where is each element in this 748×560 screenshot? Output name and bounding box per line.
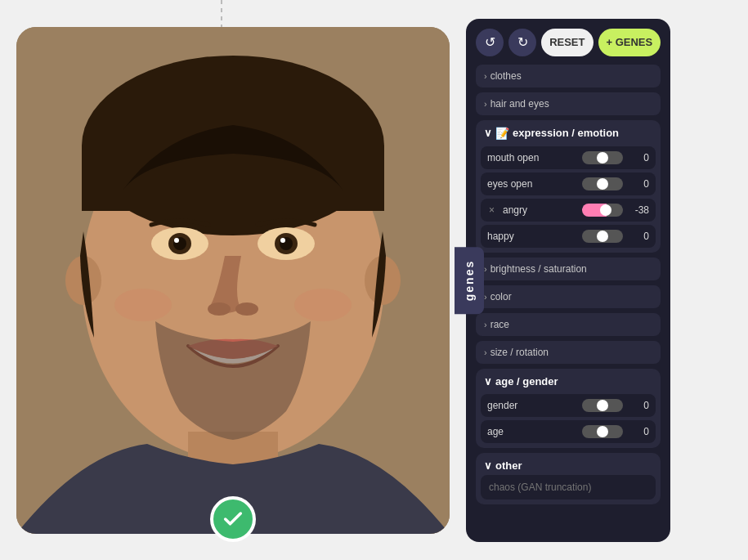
angry-value: -38 bbox=[629, 204, 649, 216]
eyes-open-value: 0 bbox=[629, 178, 649, 190]
svg-point-14 bbox=[280, 238, 285, 243]
clothes-label: clothes bbox=[490, 70, 522, 82]
angry-label: angry bbox=[503, 204, 576, 216]
mouth-open-row: mouth open 0 bbox=[481, 146, 656, 169]
other-label: other bbox=[495, 459, 522, 472]
age-gender-label: age / gender bbox=[495, 375, 558, 388]
right-panel: ↺ ↻ RESET + GENES › clothes › hair and e… bbox=[466, 19, 670, 542]
age-gender-title[interactable]: ∨ age / gender bbox=[481, 374, 656, 391]
eyes-open-row: eyes open 0 bbox=[481, 172, 656, 195]
svg-rect-3 bbox=[82, 146, 384, 211]
check-badge[interactable] bbox=[210, 496, 256, 542]
happy-label: happy bbox=[487, 231, 576, 242]
age-gender-section: ∨ age / gender gender 0 age 0 bbox=[476, 369, 661, 448]
mouth-open-label: mouth open bbox=[487, 152, 576, 164]
genes-tab-label: genes bbox=[463, 259, 476, 300]
hair-and-eyes-section[interactable]: › hair and eyes bbox=[476, 92, 661, 115]
angry-row: × angry -38 bbox=[481, 199, 656, 222]
happy-slider[interactable] bbox=[582, 230, 623, 243]
size-rotation-section[interactable]: › size / rotation bbox=[476, 341, 661, 364]
chevron-down-icon: ∨ bbox=[484, 375, 492, 388]
hair-eyes-label: hair and eyes bbox=[490, 98, 549, 110]
toolbar: ↺ ↻ RESET + GENES bbox=[476, 29, 661, 56]
svg-point-10 bbox=[174, 238, 179, 243]
mouth-open-value: 0 bbox=[629, 152, 649, 164]
chevron-right-icon: › bbox=[484, 71, 487, 81]
brightness-label: brightness / saturation bbox=[490, 263, 587, 275]
chevron-down-icon: ∨ bbox=[484, 459, 492, 472]
face-image-container bbox=[16, 27, 450, 534]
angry-slider[interactable] bbox=[582, 204, 623, 217]
face-image bbox=[16, 27, 450, 534]
age-slider[interactable] bbox=[582, 425, 623, 438]
other-section: ∨ other bbox=[476, 453, 661, 504]
gender-slider[interactable] bbox=[582, 399, 623, 412]
happy-value: 0 bbox=[629, 231, 649, 242]
svg-point-18 bbox=[294, 289, 352, 321]
expression-section: ∨ 📝 expression / emotion mouth open 0 ey… bbox=[476, 120, 661, 253]
undo-button[interactable]: ↺ bbox=[476, 29, 504, 56]
chevron-down-icon: ∨ bbox=[484, 127, 492, 139]
brightness-section[interactable]: › brightness / saturation bbox=[476, 258, 661, 280]
expression-icon: 📝 bbox=[495, 127, 509, 140]
chevron-right-icon: › bbox=[484, 99, 487, 109]
other-title[interactable]: ∨ other bbox=[481, 458, 656, 475]
mouth-open-slider[interactable] bbox=[582, 151, 623, 164]
expression-section-title[interactable]: ∨ 📝 expression / emotion bbox=[481, 125, 656, 143]
genes-tab[interactable]: genes bbox=[455, 246, 484, 313]
chevron-right-icon: › bbox=[484, 320, 487, 329]
age-value: 0 bbox=[629, 426, 649, 437]
redo-button[interactable]: ↻ bbox=[508, 29, 536, 56]
gender-row: gender 0 bbox=[481, 394, 656, 417]
eyes-open-label: eyes open bbox=[487, 178, 576, 190]
chevron-right-icon: › bbox=[484, 347, 487, 357]
svg-point-17 bbox=[114, 289, 172, 321]
image-panel: genes bbox=[16, 27, 450, 534]
gender-value: 0 bbox=[629, 400, 649, 411]
age-label: age bbox=[487, 426, 576, 437]
remove-angry-button[interactable]: × bbox=[487, 204, 496, 216]
race-label: race bbox=[490, 319, 509, 330]
eyes-open-slider[interactable] bbox=[582, 177, 623, 190]
reset-button[interactable]: RESET bbox=[541, 29, 593, 56]
svg-point-15 bbox=[208, 302, 231, 316]
gender-label: gender bbox=[487, 400, 576, 411]
color-section[interactable]: › color bbox=[476, 285, 661, 308]
svg-point-16 bbox=[235, 302, 258, 316]
happy-row: happy 0 bbox=[481, 225, 656, 248]
color-label: color bbox=[490, 291, 512, 302]
size-rotation-label: size / rotation bbox=[490, 347, 549, 358]
chaos-input[interactable] bbox=[481, 475, 656, 500]
clothes-section[interactable]: › clothes bbox=[476, 65, 661, 87]
chevron-right-icon: › bbox=[484, 292, 487, 302]
age-row: age 0 bbox=[481, 420, 656, 443]
race-section[interactable]: › race bbox=[476, 313, 661, 336]
add-genes-button[interactable]: + GENES bbox=[598, 29, 661, 56]
expression-label: expression / emotion bbox=[513, 127, 619, 139]
chevron-right-icon: › bbox=[484, 264, 487, 274]
